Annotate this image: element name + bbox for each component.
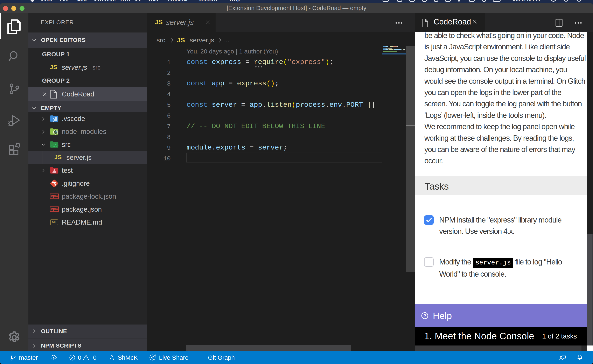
svg-text:?: ? bbox=[423, 313, 426, 318]
svg-text:JS: JS bbox=[54, 131, 57, 134]
svg-text:</>: </> bbox=[52, 143, 59, 148]
